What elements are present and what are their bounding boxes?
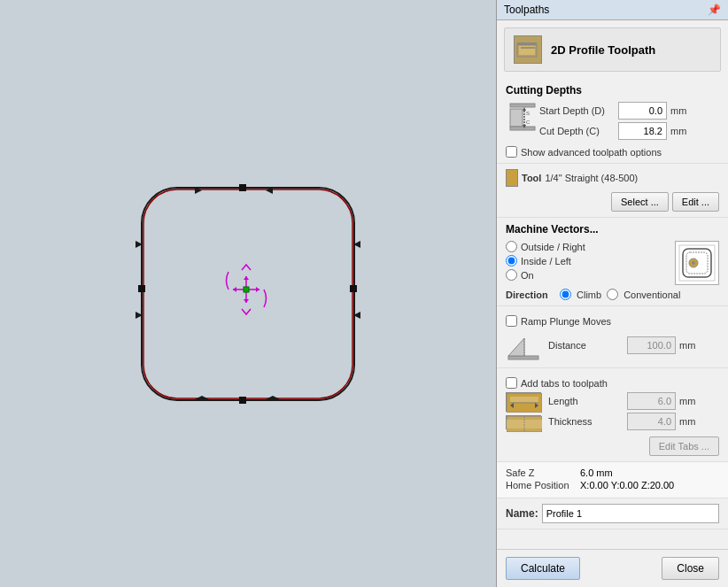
panel-titlebar: Toolpaths 📌 — [497, 0, 728, 20]
cutting-depths-content: S C Start Depth (D) mm Cut Depth (C) mm — [506, 102, 719, 143]
climb-label: Climb — [577, 290, 601, 300]
ramp-label: Ramp Plunge Moves — [521, 316, 611, 327]
tabs-checkbox-row: Add tabs to toolpath — [506, 377, 719, 389]
climb-radio[interactable] — [560, 289, 571, 300]
tab-length-input — [627, 392, 676, 410]
cutting-fields: Start Depth (D) mm Cut Depth (C) mm — [539, 102, 719, 143]
tabs-body: Length mm Thickness mm — [506, 392, 719, 433]
ramp-icon — [506, 330, 541, 362]
advanced-options-label: Show advanced toolpath options — [521, 147, 662, 158]
svg-text:C: C — [526, 120, 531, 125]
safe-z-row: Safe Z 6.0 mm — [506, 467, 719, 478]
distance-input — [627, 336, 676, 354]
edit-tabs-button: Edit Tabs ... — [649, 436, 719, 456]
cutting-icon-area: S C — [506, 102, 539, 135]
outside-right-row: Outside / Right — [506, 241, 668, 252]
close-button[interactable]: Close — [662, 557, 719, 580]
tool-icon — [506, 169, 518, 187]
profile-title: 2D Profile Toolpath — [551, 43, 655, 57]
tool-name: 1/4" Straight (48-500) — [545, 173, 638, 183]
svg-rect-27 — [510, 109, 523, 127]
thickness-row: Thickness mm — [548, 413, 719, 430]
advanced-options-row: Show advanced toolpath options — [506, 146, 719, 158]
on-radio[interactable] — [506, 269, 517, 281]
home-position-label: Home Position — [506, 480, 577, 490]
svg-rect-21 — [244, 287, 249, 292]
ramp-body: Distance mm — [506, 330, 719, 362]
distance-unit: mm — [679, 340, 695, 351]
direction-label: Direction — [506, 290, 554, 300]
tabs-label: Add tabs to toolpath — [521, 378, 608, 389]
start-depth-unit: mm — [670, 105, 686, 116]
direction-row: Direction Climb Conventional — [506, 289, 719, 300]
svg-point-38 — [692, 261, 695, 265]
tool-section: Tool 1/4" Straight (48-500) Select ... E… — [497, 164, 728, 218]
toolpaths-panel: Toolpaths 📌 2D Profile Toolpath Cutting … — [496, 0, 728, 587]
home-position-value: X:0.00 Y:0.00 Z:20.00 — [580, 480, 674, 490]
tab-thickness-label: Thickness — [548, 416, 623, 427]
svg-rect-43 — [510, 397, 538, 402]
outside-right-label: Outside / Right — [521, 242, 585, 252]
svg-rect-14 — [239, 397, 246, 404]
tool-label: Tool — [522, 173, 541, 183]
svg-rect-13 — [239, 184, 246, 191]
svg-rect-28 — [510, 127, 535, 130]
cutting-depths-title: Cutting Depths — [506, 84, 719, 97]
direction-options: Climb Conventional — [560, 289, 680, 300]
canvas-area — [0, 0, 496, 587]
pin-icon[interactable]: 📌 — [708, 4, 721, 16]
start-depth-input[interactable] — [618, 102, 667, 120]
cut-depth-label: Cut Depth (C) — [539, 126, 615, 136]
svg-text:S: S — [526, 111, 530, 116]
name-label: Name: — [506, 507, 538, 520]
inside-left-row: Inside / Left — [506, 255, 668, 266]
name-input[interactable] — [542, 504, 719, 523]
svg-rect-39 — [508, 356, 538, 359]
ramp-checkbox-row: Ramp Plunge Moves — [506, 315, 719, 327]
tab-length-unit: mm — [679, 396, 695, 406]
length-row: Length mm — [548, 392, 719, 410]
outside-right-radio[interactable] — [506, 241, 517, 252]
machine-preview — [675, 241, 719, 285]
distance-label: Distance — [548, 340, 623, 351]
machine-body: Outside / Right Inside / Left On — [506, 241, 719, 285]
name-row: Name: — [506, 504, 719, 523]
tab-thickness-unit: mm — [679, 416, 695, 427]
tab-length-label: Length — [548, 396, 623, 406]
panel-content: 2D Profile Toolpath Cutting Depths S C — [497, 20, 728, 549]
conventional-label: Conventional — [623, 290, 680, 300]
start-depth-row: Start Depth (D) mm — [539, 102, 719, 120]
profile-icon — [514, 35, 542, 64]
bottom-buttons: Calculate Close — [497, 549, 728, 587]
tabs-fields: Length mm Thickness mm — [548, 392, 719, 433]
cut-depth-row: Cut Depth (C) mm — [539, 122, 719, 140]
name-section: Name: — [497, 498, 728, 529]
tab-length-icon — [506, 392, 541, 412]
ramp-checkbox[interactable] — [506, 315, 517, 327]
cut-depth-unit: mm — [670, 126, 686, 136]
inside-left-label: Inside / Left — [521, 256, 571, 266]
on-row: On — [506, 269, 668, 281]
machine-options: Outside / Right Inside / Left On — [506, 241, 668, 285]
tab-thickness-input — [627, 413, 676, 430]
svg-rect-11 — [138, 285, 145, 292]
calculate-button[interactable]: Calculate — [506, 557, 580, 580]
ramp-fields: Distance mm — [548, 336, 719, 357]
machine-vectors-section: Machine Vectors... Outside / Right Insid… — [497, 218, 728, 306]
conventional-radio[interactable] — [607, 289, 618, 300]
tool-buttons: Select ... Edit ... — [506, 192, 719, 212]
home-position-row: Home Position X:0.00 Y:0.00 Z:20.00 — [506, 480, 719, 490]
advanced-options-checkbox[interactable] — [506, 146, 517, 158]
inside-left-radio[interactable] — [506, 255, 517, 266]
edit-tool-button[interactable]: Edit ... — [672, 192, 719, 212]
cut-depth-input[interactable] — [618, 122, 667, 140]
tabs-checkbox[interactable] — [506, 377, 517, 389]
tabs-icons — [506, 392, 541, 433]
select-button[interactable]: Select ... — [611, 192, 669, 212]
canvas-drawing — [106, 152, 390, 436]
tool-row: Tool 1/4" Straight (48-500) — [506, 169, 719, 187]
svg-rect-12 — [350, 285, 357, 292]
panel-title: Toolpaths — [504, 4, 549, 16]
safe-z-value: 6.0 mm — [580, 467, 613, 478]
svg-rect-0 — [106, 152, 390, 436]
